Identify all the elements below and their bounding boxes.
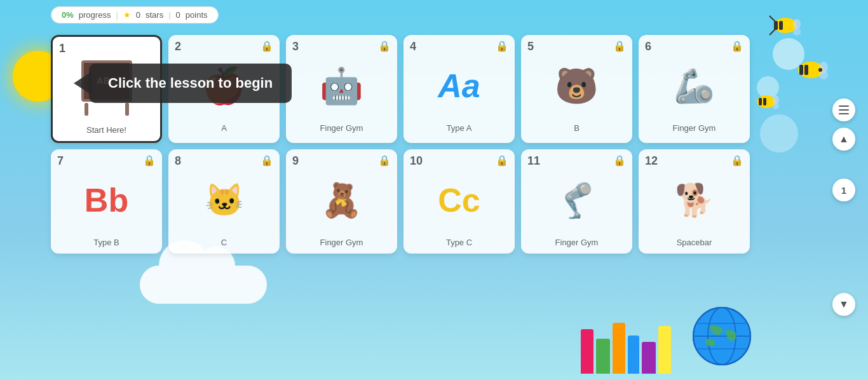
lesson-image-2: 🍎 [175, 51, 273, 121]
svg-point-17 [773, 103, 779, 109]
svg-rect-8 [799, 65, 803, 75]
chalkboard-icon: ABC [81, 60, 132, 102]
lock-icon-3: 🔒 [378, 40, 391, 52]
star-icon: ★ [123, 10, 131, 20]
lesson-card-2[interactable]: 2 🔒 🍎 A [168, 35, 280, 143]
lock-icon-7: 🔒 [143, 154, 156, 166]
lesson-label-6: Finger Gym [673, 123, 716, 133]
lesson-label-7: Type B [93, 238, 119, 247]
svg-rect-14 [759, 98, 762, 105]
lesson-image-11: 🦿 [527, 165, 626, 235]
stars-label: stars [146, 10, 163, 20]
lesson-card-6[interactable]: 6 🔒 🦾 Finger Gym [639, 35, 750, 143]
lesson-image-8: 🐱 [175, 165, 273, 235]
lesson-card-11[interactable]: 11 🔒 🦿 Finger Gym [521, 149, 632, 254]
lesson-card-3[interactable]: 3 🔒 🤖 Finger Gym [286, 35, 397, 143]
lesson-number-12: 12 [645, 154, 658, 168]
lesson-label-12: Spacebar [677, 238, 712, 247]
books-decoration [581, 323, 671, 374]
lesson-number-2: 2 [175, 40, 181, 53]
nav-down-button[interactable]: ▼ [832, 293, 855, 316]
points-label: points [186, 10, 208, 20]
main-content: 1 ABC Start Here! 2 🔒 🍎 [51, 35, 750, 254]
lesson-number-10: 10 [410, 154, 423, 168]
lesson-label-10: Type C [446, 238, 472, 247]
lesson-number-3: 3 [292, 40, 299, 53]
lesson-card-9[interactable]: 9 🔒 🧸 Finger Gym [286, 149, 397, 254]
lock-icon-2: 🔒 [261, 40, 273, 52]
lesson-image-12: 🐕 [645, 165, 743, 235]
lesson-number-4: 4 [410, 40, 416, 53]
lock-icon-5: 🔒 [613, 40, 626, 52]
svg-rect-9 [804, 65, 808, 75]
lesson-card-4[interactable]: 4 🔒 Aa Type A [403, 35, 515, 143]
lesson-number-11: 11 [527, 154, 540, 168]
lock-icon-11: 🔒 [613, 154, 626, 166]
lesson-label-5: B [574, 123, 580, 133]
lesson-card-7[interactable]: 7 🔒 Bb Type B [51, 149, 162, 254]
lock-icon-12: 🔒 [731, 154, 743, 166]
progress-label: progress [79, 10, 111, 20]
lesson-image-10: Cc [410, 165, 508, 235]
page-indicator: 1 [832, 179, 855, 201]
lesson-card-1[interactable]: 1 ABC Start Here! [51, 35, 162, 143]
lesson-image-5: 🐻 [527, 51, 626, 121]
lesson-card-8[interactable]: 8 🔒 🐱 C [168, 149, 280, 254]
lesson-number-1: 1 [59, 42, 65, 55]
lock-icon-10: 🔒 [496, 154, 508, 166]
lesson-number-8: 8 [175, 154, 181, 168]
lesson-image-4: Aa [410, 51, 508, 121]
lesson-label-9: Finger Gym [320, 238, 363, 247]
lesson-image-7: Bb [57, 165, 156, 235]
menu-line-3 [839, 113, 849, 114]
lesson-label-2: A [221, 123, 227, 133]
lesson-label-11: Finger Gym [555, 238, 599, 247]
lock-icon-9: 🔒 [378, 154, 391, 166]
svg-rect-15 [763, 98, 766, 105]
progress-percent: 0% [62, 10, 74, 20]
lesson-image-3: 🤖 [292, 51, 391, 121]
lesson-grid-row1: 1 ABC Start Here! 2 🔒 🍎 [51, 35, 750, 143]
svg-point-6 [793, 28, 801, 36]
menu-line-1 [839, 105, 849, 107]
lesson-card-12[interactable]: 12 🔒 🐕 Spacebar [639, 149, 750, 254]
points-count: 0 [176, 10, 180, 20]
svg-point-12 [818, 68, 822, 72]
svg-rect-4 [779, 21, 783, 30]
svg-rect-3 [774, 21, 778, 30]
lesson-card-10[interactable]: 10 🔒 Cc Type C [403, 149, 515, 254]
lesson-label-3: Finger Gym [320, 123, 363, 133]
lesson-number-6: 6 [645, 40, 651, 53]
lesson-label-1: Start Here! [86, 125, 126, 135]
menu-button[interactable] [832, 98, 855, 121]
lock-icon-4: 🔒 [496, 40, 508, 52]
lesson-label-4: Type A [447, 123, 472, 133]
lesson-grid-row2: 7 🔒 Bb Type B 8 🔒 🐱 C 9 🔒 🧸 Finger Gym [51, 149, 750, 254]
lesson-number-5: 5 [527, 40, 534, 53]
svg-point-11 [819, 71, 828, 79]
progress-bar: 0% progress | ★ 0 stars | 0 points [51, 6, 219, 24]
lesson-card-5[interactable]: 5 🔒 🐻 B [521, 35, 632, 143]
svg-point-16 [773, 95, 779, 104]
stars-count: 0 [136, 10, 140, 20]
lesson-number-9: 9 [292, 154, 299, 168]
lesson-image-9: 🧸 [292, 165, 391, 235]
progress-pill: 0% progress | ★ 0 stars | 0 points [51, 6, 219, 24]
right-nav: ▲ 1 ▼ [832, 179, 855, 201]
lock-icon-8: 🔒 [261, 154, 273, 166]
page-number: 1 [841, 185, 846, 196]
lesson-label-8: C [221, 238, 227, 247]
lock-icon-6: 🔒 [731, 40, 743, 52]
lesson-image-1: ABC [59, 53, 154, 123]
lesson-number-7: 7 [57, 154, 64, 168]
globe-decoration [690, 304, 754, 370]
nav-up-button[interactable]: ▲ [832, 128, 855, 151]
menu-line-2 [839, 109, 849, 111]
lesson-image-6: 🦾 [645, 51, 743, 121]
cloud-decoration [140, 266, 267, 304]
svg-point-5 [793, 19, 801, 29]
